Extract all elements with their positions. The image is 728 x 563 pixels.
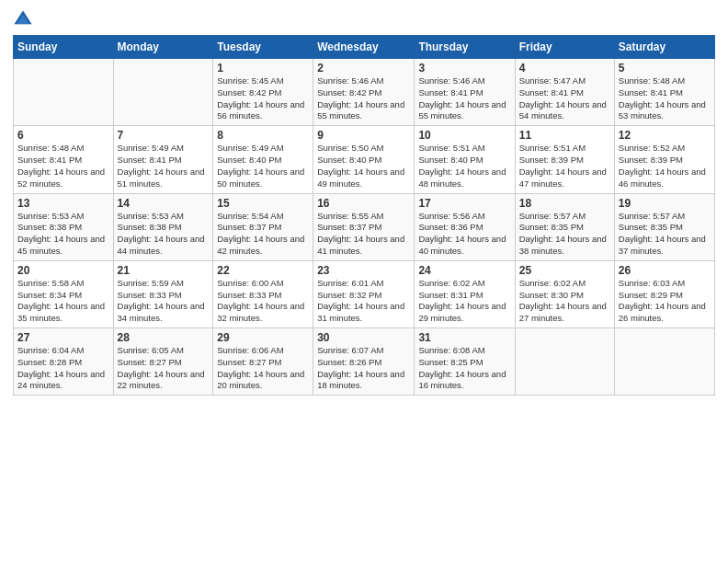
day-info: Sunrise: 5:54 AM Sunset: 8:37 PM Dayligh… xyxy=(217,211,309,258)
day-info: Sunrise: 6:04 AM Sunset: 8:28 PM Dayligh… xyxy=(17,345,109,392)
day-number: 11 xyxy=(519,129,610,142)
calendar-cell: 15Sunrise: 5:54 AM Sunset: 8:37 PM Dayli… xyxy=(213,193,313,260)
day-info: Sunrise: 5:49 AM Sunset: 8:40 PM Dayligh… xyxy=(217,143,309,190)
day-number: 28 xyxy=(118,331,210,344)
page: SundayMondayTuesdayWednesdayThursdayFrid… xyxy=(0,0,728,563)
day-info: Sunrise: 5:49 AM Sunset: 8:41 PM Dayligh… xyxy=(118,143,210,190)
day-number: 30 xyxy=(317,331,410,344)
day-info: Sunrise: 5:59 AM Sunset: 8:33 PM Dayligh… xyxy=(118,278,210,325)
calendar-cell: 10Sunrise: 5:51 AM Sunset: 8:40 PM Dayli… xyxy=(415,126,515,193)
calendar-cell: 6Sunrise: 5:48 AM Sunset: 8:41 PM Daylig… xyxy=(14,126,114,193)
day-number: 4 xyxy=(519,62,610,75)
calendar-cell: 17Sunrise: 5:56 AM Sunset: 8:36 PM Dayli… xyxy=(415,193,515,260)
day-number: 8 xyxy=(217,129,309,142)
day-info: Sunrise: 5:47 AM Sunset: 8:41 PM Dayligh… xyxy=(519,75,610,122)
calendar-header-sunday: Sunday xyxy=(14,36,114,59)
calendar-cell: 23Sunrise: 6:01 AM Sunset: 8:32 PM Dayli… xyxy=(313,260,415,327)
day-info: Sunrise: 5:50 AM Sunset: 8:40 PM Dayligh… xyxy=(317,143,410,190)
calendar-cell: 9Sunrise: 5:50 AM Sunset: 8:40 PM Daylig… xyxy=(313,126,415,193)
calendar-week-5: 27Sunrise: 6:04 AM Sunset: 8:28 PM Dayli… xyxy=(14,328,715,396)
day-number: 27 xyxy=(17,331,109,344)
calendar-cell: 26Sunrise: 6:03 AM Sunset: 8:29 PM Dayli… xyxy=(614,260,714,327)
calendar-cell: 5Sunrise: 5:48 AM Sunset: 8:41 PM Daylig… xyxy=(614,59,714,126)
day-number: 21 xyxy=(118,264,210,277)
day-number: 12 xyxy=(619,129,711,142)
day-number: 26 xyxy=(619,264,711,277)
day-info: Sunrise: 5:46 AM Sunset: 8:42 PM Dayligh… xyxy=(317,75,410,122)
calendar-header-wednesday: Wednesday xyxy=(313,36,415,59)
calendar-cell: 29Sunrise: 6:06 AM Sunset: 8:27 PM Dayli… xyxy=(213,328,313,396)
calendar-cell xyxy=(614,328,714,396)
day-number: 24 xyxy=(418,264,510,277)
calendar-cell: 25Sunrise: 6:02 AM Sunset: 8:30 PM Dayli… xyxy=(515,260,614,327)
calendar-cell: 4Sunrise: 5:47 AM Sunset: 8:41 PM Daylig… xyxy=(515,59,614,126)
calendar-week-2: 6Sunrise: 5:48 AM Sunset: 8:41 PM Daylig… xyxy=(14,126,715,193)
day-number: 2 xyxy=(317,62,410,75)
calendar-cell: 12Sunrise: 5:52 AM Sunset: 8:39 PM Dayli… xyxy=(614,126,714,193)
day-number: 18 xyxy=(519,197,610,210)
calendar-cell: 22Sunrise: 6:00 AM Sunset: 8:33 PM Dayli… xyxy=(213,260,313,327)
calendar-week-1: 1Sunrise: 5:45 AM Sunset: 8:42 PM Daylig… xyxy=(14,59,715,126)
day-info: Sunrise: 5:46 AM Sunset: 8:41 PM Dayligh… xyxy=(418,75,510,122)
day-number: 25 xyxy=(519,264,610,277)
day-number: 17 xyxy=(418,197,510,210)
calendar-cell xyxy=(14,59,114,126)
day-number: 6 xyxy=(17,129,109,142)
logo-icon xyxy=(13,9,33,29)
day-number: 31 xyxy=(418,331,510,344)
logo xyxy=(13,9,35,29)
calendar-cell: 2Sunrise: 5:46 AM Sunset: 8:42 PM Daylig… xyxy=(313,59,415,126)
day-info: Sunrise: 5:53 AM Sunset: 8:38 PM Dayligh… xyxy=(17,211,109,258)
day-info: Sunrise: 6:06 AM Sunset: 8:27 PM Dayligh… xyxy=(217,345,309,392)
day-info: Sunrise: 5:56 AM Sunset: 8:36 PM Dayligh… xyxy=(418,211,510,258)
calendar-cell: 27Sunrise: 6:04 AM Sunset: 8:28 PM Dayli… xyxy=(14,328,114,396)
calendar-cell xyxy=(515,328,614,396)
day-number: 19 xyxy=(619,197,711,210)
day-number: 3 xyxy=(418,62,510,75)
day-number: 15 xyxy=(217,197,309,210)
calendar-week-3: 13Sunrise: 5:53 AM Sunset: 8:38 PM Dayli… xyxy=(14,193,715,260)
calendar-cell: 7Sunrise: 5:49 AM Sunset: 8:41 PM Daylig… xyxy=(113,126,213,193)
day-number: 13 xyxy=(17,197,109,210)
day-number: 14 xyxy=(118,197,210,210)
day-info: Sunrise: 6:03 AM Sunset: 8:29 PM Dayligh… xyxy=(619,278,711,325)
day-info: Sunrise: 5:48 AM Sunset: 8:41 PM Dayligh… xyxy=(17,143,109,190)
calendar-header-saturday: Saturday xyxy=(614,36,714,59)
calendar-cell: 1Sunrise: 5:45 AM Sunset: 8:42 PM Daylig… xyxy=(213,59,313,126)
calendar-cell: 31Sunrise: 6:08 AM Sunset: 8:25 PM Dayli… xyxy=(415,328,515,396)
calendar-cell: 24Sunrise: 6:02 AM Sunset: 8:31 PM Dayli… xyxy=(415,260,515,327)
day-number: 20 xyxy=(17,264,109,277)
day-info: Sunrise: 6:05 AM Sunset: 8:27 PM Dayligh… xyxy=(118,345,210,392)
day-number: 1 xyxy=(217,62,309,75)
day-info: Sunrise: 5:57 AM Sunset: 8:35 PM Dayligh… xyxy=(619,211,711,258)
day-number: 9 xyxy=(317,129,410,142)
day-info: Sunrise: 5:53 AM Sunset: 8:38 PM Dayligh… xyxy=(118,211,210,258)
calendar-header-thursday: Thursday xyxy=(415,36,515,59)
calendar-cell: 18Sunrise: 5:57 AM Sunset: 8:35 PM Dayli… xyxy=(515,193,614,260)
day-info: Sunrise: 5:51 AM Sunset: 8:39 PM Dayligh… xyxy=(519,143,610,190)
day-info: Sunrise: 6:00 AM Sunset: 8:33 PM Dayligh… xyxy=(217,278,309,325)
calendar-cell: 14Sunrise: 5:53 AM Sunset: 8:38 PM Dayli… xyxy=(113,193,213,260)
day-info: Sunrise: 5:51 AM Sunset: 8:40 PM Dayligh… xyxy=(418,143,510,190)
calendar-cell: 8Sunrise: 5:49 AM Sunset: 8:40 PM Daylig… xyxy=(213,126,313,193)
day-number: 22 xyxy=(217,264,309,277)
day-info: Sunrise: 5:48 AM Sunset: 8:41 PM Dayligh… xyxy=(619,75,711,122)
day-number: 23 xyxy=(317,264,410,277)
day-info: Sunrise: 6:08 AM Sunset: 8:25 PM Dayligh… xyxy=(418,345,510,392)
day-info: Sunrise: 5:55 AM Sunset: 8:37 PM Dayligh… xyxy=(317,211,410,258)
day-info: Sunrise: 5:58 AM Sunset: 8:34 PM Dayligh… xyxy=(17,278,109,325)
calendar-week-4: 20Sunrise: 5:58 AM Sunset: 8:34 PM Dayli… xyxy=(14,260,715,327)
day-info: Sunrise: 5:52 AM Sunset: 8:39 PM Dayligh… xyxy=(619,143,711,190)
day-info: Sunrise: 6:01 AM Sunset: 8:32 PM Dayligh… xyxy=(317,278,410,325)
calendar-cell xyxy=(113,59,213,126)
calendar-header-tuesday: Tuesday xyxy=(213,36,313,59)
day-number: 7 xyxy=(118,129,210,142)
calendar-cell: 28Sunrise: 6:05 AM Sunset: 8:27 PM Dayli… xyxy=(113,328,213,396)
day-number: 29 xyxy=(217,331,309,344)
calendar-cell: 19Sunrise: 5:57 AM Sunset: 8:35 PM Dayli… xyxy=(614,193,714,260)
calendar-cell: 11Sunrise: 5:51 AM Sunset: 8:39 PM Dayli… xyxy=(515,126,614,193)
day-info: Sunrise: 6:07 AM Sunset: 8:26 PM Dayligh… xyxy=(317,345,410,392)
day-number: 10 xyxy=(418,129,510,142)
calendar-cell: 16Sunrise: 5:55 AM Sunset: 8:37 PM Dayli… xyxy=(313,193,415,260)
calendar-header-row: SundayMondayTuesdayWednesdayThursdayFrid… xyxy=(14,36,715,59)
